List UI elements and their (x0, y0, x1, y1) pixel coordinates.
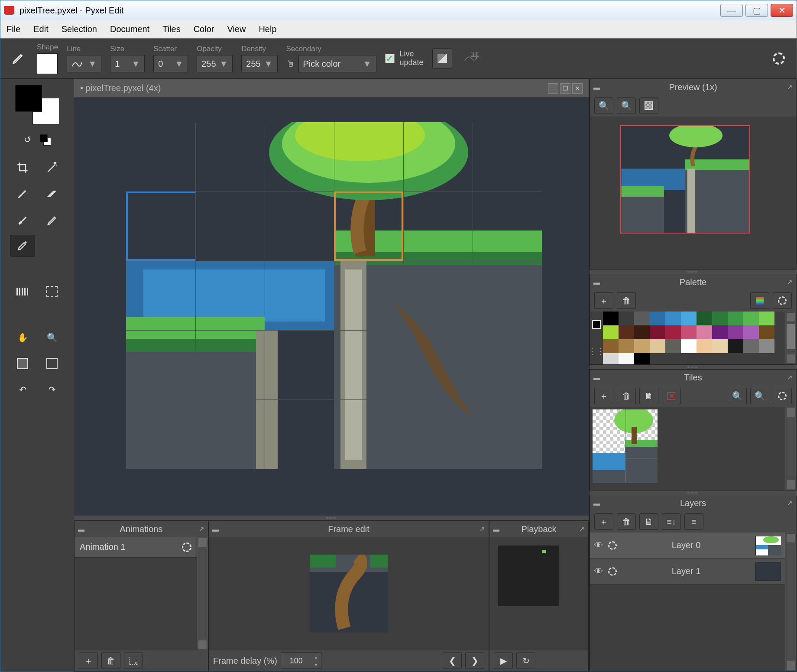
palette-color[interactable] (634, 325, 650, 339)
layer-settings-icon[interactable] (608, 541, 617, 550)
palette-color[interactable] (603, 353, 619, 364)
splitter[interactable]: ═══ (74, 516, 589, 520)
palette-color[interactable] (743, 325, 759, 339)
add-color-button[interactable]: ＋ (594, 292, 613, 309)
pin-icon[interactable]: ↗ (787, 278, 793, 286)
pin-icon[interactable]: ↗ (787, 373, 793, 381)
collapse-icon[interactable]: ▬ (78, 526, 84, 533)
tiles-settings-button[interactable] (773, 388, 792, 404)
duplicate-layer-button[interactable]: 🗎 (639, 513, 658, 530)
palette-color[interactable] (619, 353, 634, 364)
delete-color-button[interactable]: 🗑 (617, 292, 636, 309)
add-layer-button[interactable]: ＋ (594, 513, 613, 530)
palette-color[interactable] (712, 325, 728, 339)
size-dropdown[interactable]: 1▼ (110, 55, 145, 72)
visibility-icon[interactable]: 👁 (594, 566, 603, 576)
splitter[interactable]: ═══ (590, 490, 797, 495)
delete-animation-button[interactable]: 🗑 (101, 653, 120, 669)
splitter[interactable]: ═══ (590, 365, 797, 369)
palette-index-0[interactable] (592, 320, 601, 329)
palette-color[interactable] (665, 312, 681, 325)
palette-color[interactable] (743, 312, 759, 325)
settings-button[interactable] (769, 49, 789, 68)
palette-color[interactable] (650, 325, 665, 339)
palette-color[interactable] (603, 339, 619, 353)
palette-color[interactable] (650, 339, 665, 353)
palette-color[interactable] (759, 312, 774, 325)
layer-settings-icon[interactable] (608, 567, 617, 576)
palette-color[interactable] (697, 312, 712, 325)
collapse-icon[interactable]: ▬ (493, 526, 499, 533)
zoom-tool[interactable]: 🔍 (39, 327, 65, 348)
tiles-zoom-in[interactable]: 🔍 (728, 388, 747, 404)
minimize-button[interactable]: — (720, 4, 743, 17)
live-update-checkbox[interactable]: ✓ (385, 54, 395, 63)
shape-swatch[interactable] (37, 53, 58, 74)
palette-color[interactable] (619, 339, 634, 353)
palette-color[interactable] (681, 325, 697, 339)
palette-color[interactable] (759, 325, 774, 339)
menu-view[interactable]: View (227, 24, 246, 34)
menu-color[interactable]: Color (194, 24, 214, 34)
swap-colors-icon[interactable]: ↺ (24, 134, 31, 146)
palette-color[interactable] (619, 312, 634, 325)
redo-button[interactable]: ↷ (39, 379, 65, 400)
select-animation-button[interactable]: ↖ (124, 653, 143, 669)
tileset-thumbnail[interactable] (593, 409, 658, 483)
palette-color[interactable] (712, 312, 728, 325)
density-dropdown[interactable]: 255▼ (241, 55, 277, 72)
dither-tool[interactable] (10, 281, 35, 302)
palette-color[interactable] (603, 312, 619, 325)
palette-color[interactable] (697, 339, 712, 353)
scrollbar[interactable] (785, 532, 796, 671)
document-name[interactable]: • pixelTree.pyxel (4x) (80, 83, 546, 93)
rect-tool[interactable] (39, 353, 65, 374)
pin-icon[interactable]: ↗ (579, 525, 585, 533)
highlighter-tool[interactable] (39, 209, 65, 230)
scrollbar[interactable] (197, 537, 208, 650)
palette-color[interactable] (634, 312, 650, 325)
blend-button[interactable] (432, 49, 452, 68)
pin-icon[interactable]: ↗ (479, 525, 485, 533)
palette-color[interactable] (634, 353, 650, 364)
prev-frame-button[interactable]: ❮ (443, 653, 462, 669)
tab-restore[interactable]: ❐ (560, 83, 570, 94)
menu-file[interactable]: File (6, 24, 20, 34)
clear-tile-button[interactable]: × (662, 388, 681, 404)
maximize-button[interactable]: ▢ (745, 4, 768, 17)
close-button[interactable]: ✕ (771, 4, 793, 17)
collapse-icon[interactable]: ▬ (593, 279, 600, 286)
selection-tool[interactable] (39, 281, 65, 302)
palette-colors[interactable] (603, 312, 785, 364)
eraser-tool[interactable] (39, 183, 65, 205)
layer-row[interactable]: 👁 Layer 1 (590, 558, 785, 584)
tab-minimize[interactable]: — (548, 83, 558, 94)
pin-icon[interactable]: ↗ (199, 525, 204, 533)
eyedropper-tool[interactable] (10, 235, 35, 256)
palette-color[interactable] (743, 339, 759, 353)
crop-tool[interactable] (10, 157, 35, 179)
line-dropdown[interactable]: ▼ (67, 55, 101, 72)
canvas[interactable] (126, 122, 542, 469)
tab-close[interactable]: ✕ (572, 83, 583, 94)
zoom-out-button[interactable]: 🔍 (617, 97, 636, 114)
animation-settings-icon[interactable] (182, 542, 191, 552)
palette-color[interactable] (681, 339, 697, 353)
scrollbar[interactable] (785, 407, 796, 490)
palette-color[interactable] (697, 325, 712, 339)
collapse-icon[interactable]: ▬ (593, 84, 600, 91)
merge-down-button[interactable]: ≡↓ (662, 513, 681, 530)
collapse-icon[interactable]: ▬ (593, 500, 600, 507)
palette-settings-button[interactable] (773, 292, 792, 309)
menu-selection[interactable]: Selection (62, 24, 97, 34)
duplicate-tile-button[interactable]: 🗎 (639, 388, 658, 404)
menu-edit[interactable]: Edit (33, 24, 48, 34)
brush-tool[interactable] (10, 209, 35, 230)
delete-layer-button[interactable]: 🗑 (617, 513, 636, 530)
frame-delay-spinner[interactable]: ▴▾ (281, 653, 321, 669)
menu-document[interactable]: Document (110, 24, 149, 34)
loop-button[interactable]: ↻ (516, 653, 535, 669)
collapse-icon[interactable]: ▬ (212, 526, 219, 533)
canvas-area[interactable] (74, 98, 589, 516)
animation-item[interactable]: Animation 1 (75, 537, 197, 558)
